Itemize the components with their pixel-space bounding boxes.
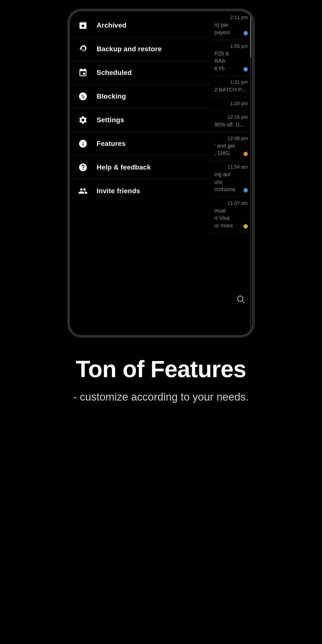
chat-time-7: 11:54 am — [214, 164, 248, 170]
settings-icon — [76, 114, 89, 126]
invite-label: Invite friends — [96, 187, 140, 195]
phone-wrapper: Archived Backup and restore — [68, 10, 254, 337]
search-fab[interactable] — [234, 292, 247, 306]
chat-preview-5: 90% off. U... — [214, 121, 248, 128]
chat-time-2: 1:55 pm — [214, 44, 248, 49]
phone-frame: Archived Backup and restore — [68, 10, 254, 337]
menu-item-archived[interactable]: Archived — [70, 14, 210, 37]
unread-dot-1 — [244, 31, 248, 35]
bottom-section: Ton of Features - customize according to… — [0, 337, 322, 419]
chat-preview-2: P25 &RAAKYb — [214, 50, 248, 72]
archive-icon — [76, 19, 89, 32]
menu-panel: Archived Backup and restore — [70, 11, 210, 335]
settings-label: Settings — [96, 116, 124, 124]
archived-label: Archived — [96, 22, 126, 29]
help-icon — [76, 161, 89, 174]
features-label: Features — [96, 140, 126, 148]
chat-preview-7: ing aurururchhome — [214, 171, 248, 193]
menu-item-blocking[interactable]: Blocking — [70, 85, 210, 108]
chat-time-4: 1:20 pm — [214, 101, 248, 106]
chat-time-6: 12:08 pm — [214, 136, 248, 141]
chat-preview-3: 2 BATCH P... — [214, 86, 248, 94]
chat-item-6[interactable]: 12:08 pm ' and get, 1MG, — [210, 132, 252, 161]
chat-item-2[interactable]: 1:55 pm P25 &RAAKYb — [210, 40, 252, 76]
blocking-label: Blocking — [96, 92, 126, 100]
help-label: Help & feedback — [96, 164, 151, 171]
chat-time-3: 1:31 pm — [214, 80, 248, 85]
chat-time-5: 12:16 pm — [214, 114, 248, 120]
svg-line-1 — [242, 301, 244, 303]
chat-time-8: 11:07 am — [214, 200, 248, 206]
subheadline: - customize according to your needs. — [20, 389, 302, 404]
scheduled-label: Scheduled — [96, 69, 132, 76]
menu-item-scheduled[interactable]: Scheduled — [70, 61, 210, 85]
menu-item-features[interactable]: Features — [70, 132, 210, 156]
block-icon — [76, 90, 89, 103]
chat-time-1: 2:11 pm — [214, 15, 248, 20]
chat-item-1[interactable]: 2:11 pm n) parpayein — [210, 11, 252, 40]
chat-panel: 2:11 pm n) parpayein 1:55 pm P25 &RAAKYb… — [210, 11, 252, 335]
menu-item-invite[interactable]: Invite friends — [70, 179, 210, 203]
chat-preview-6: ' and get, 1MG, — [214, 142, 248, 157]
headline: Ton of Features — [20, 356, 302, 382]
people-icon — [76, 185, 89, 197]
menu-item-settings[interactable]: Settings — [70, 108, 210, 132]
chat-item-4[interactable]: 1:20 pm — [210, 97, 252, 111]
chat-item-5[interactable]: 12:16 pm 90% off. U... — [210, 111, 252, 132]
chat-preview-1: n) parpayein — [214, 21, 248, 36]
backup-label: Backup and restore — [96, 45, 162, 53]
chat-item-8[interactable]: 11:07 am inualrt Visaor more — [210, 197, 252, 233]
phone-screen: Archived Backup and restore — [70, 11, 252, 335]
menu-item-help[interactable]: Help & feedback — [70, 156, 210, 179]
info-icon — [76, 137, 89, 150]
unread-dot-7 — [244, 188, 248, 192]
menu-item-backup[interactable]: Backup and restore — [70, 37, 210, 61]
scheduled-icon — [76, 66, 89, 79]
chat-item-3[interactable]: 1:31 pm 2 BATCH P... — [210, 76, 252, 97]
chat-preview-8: inualrt Visaor more — [214, 207, 248, 230]
unread-dot-2 — [244, 67, 248, 72]
chat-item-7[interactable]: 11:54 am ing aurururchhome — [210, 161, 252, 197]
unread-dot-8 — [244, 224, 248, 228]
backup-icon — [76, 43, 89, 55]
svg-point-0 — [237, 296, 243, 301]
